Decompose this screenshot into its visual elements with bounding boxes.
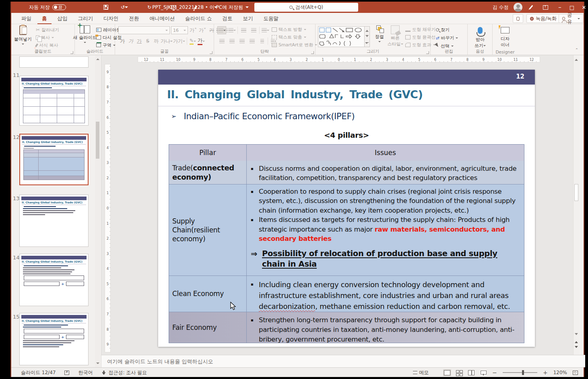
ribbon-display-options-button[interactable] [540,2,551,13]
minimize-button[interactable]: – [555,2,565,13]
record-button[interactable]: 녹음/녹화 [526,14,560,23]
columns-button[interactable] [258,37,266,45]
bold-button[interactable]: 가 [118,37,126,45]
decrease-indent-button[interactable] [239,26,248,34]
close-button[interactable]: ✕ [579,2,588,13]
text-direction-button[interactable]: 텍스트 방향 [270,26,318,33]
underline-button[interactable]: 가 [135,37,143,45]
search-placeholder: 검색(Alt+Q) [295,4,323,11]
grow-font-button[interactable]: 가˄ [189,26,197,34]
slide-thumbnail-13[interactable]: II. Changing Global Industry, Trade (GVC… [19,195,89,247]
dialog-launcher-icon[interactable] [210,51,213,54]
format-painter-button[interactable]: 서식 복사 [35,41,60,49]
user-name[interactable]: 김 수정 [493,2,509,13]
character-spacing-button[interactable]: 가나 [161,37,173,45]
ribbon-tab-8[interactable]: 검토 [218,13,237,24]
previous-slide-button[interactable] [575,340,578,343]
slide-thumbnail-11[interactable]: II. Changing Global Industry, Trade (GVC… [19,76,89,126]
scrollbar-thumb[interactable] [574,184,578,201]
ribbon-tab-4[interactable]: 디자인 [99,13,123,24]
zoom-slider[interactable] [503,372,537,373]
slide-thumbnail-10[interactable] [19,56,89,68]
increase-indent-button[interactable] [249,26,258,34]
paste-button[interactable]: 붙여넣기 [14,25,32,49]
account-avatar[interactable] [514,2,522,13]
text-shadow-button[interactable]: 까 [152,37,160,45]
font-color-button[interactable]: 가 [197,37,205,45]
align-left-button[interactable] [217,37,226,45]
next-slide-button[interactable] [575,346,578,350]
fit-to-window-button[interactable] [573,371,578,375]
ribbon-tab-1[interactable]: 홈 [37,13,52,24]
ink-button[interactable] [526,2,536,13]
align-center-button[interactable] [227,37,236,45]
shrink-font-button[interactable]: 가˅ [198,26,206,34]
ribbon-tab-2[interactable]: 삽입 [53,13,72,24]
zoom-in-button[interactable]: + [543,369,548,376]
normal-view-button[interactable] [444,370,450,375]
reading-view-button[interactable] [468,370,475,375]
maximize-button[interactable]: □ [567,2,577,13]
justify-button[interactable] [248,37,256,45]
cut-button[interactable]: ✂잘라내기 [35,26,60,33]
notes-pane[interactable]: 여기에 슬라이드 노트의 내용을 입력하십시오 [101,355,585,367]
dictate-button[interactable]: 받아 쓰기 [471,25,489,49]
zoom-level[interactable]: 120% [553,370,567,375]
font-name-combo[interactable] [118,26,170,34]
zoom-out-button[interactable]: − [492,369,497,376]
ribbon-tab-7[interactable]: 슬라이드 쇼 [181,13,216,24]
slide-thumbnail-14[interactable]: II. Changing Global Industry, Trade (GVC… [19,254,89,306]
share-button[interactable]: 공유 [559,14,584,23]
thumbnail-scrollbar[interactable] [95,55,100,367]
dialog-launcher-icon[interactable] [70,51,73,54]
slide-scrollbar[interactable] [573,55,579,355]
slide-thumbnail-12-selected[interactable]: II. Changing Global Industry, Trade (GVC… [19,134,89,185]
align-right-button[interactable] [237,37,246,45]
convert-smartart-button[interactable]: SmartArt로 변환 [270,41,318,48]
comments-button[interactable] [513,14,523,23]
ribbon-tab-9[interactable]: 보기 [238,13,257,24]
dialog-launcher-icon[interactable] [426,51,429,54]
shape-gallery-scroll[interactable] [365,26,370,47]
slide-thumbnail-15[interactable]: II. Changing Global Industry, Trade (GVC… [19,313,89,365]
strikethrough-button[interactable]: S [144,37,152,45]
dialog-launcher-icon[interactable] [311,51,314,54]
align-text-button[interactable]: 텍스트 맞춤 [270,33,318,41]
slide-sorter-view-button[interactable] [456,370,462,375]
numbering-button[interactable] [227,26,236,34]
chevron-down-icon [233,30,236,32]
notes-toggle-button[interactable]: 메모 [413,369,429,376]
shape-gallery[interactable] [318,26,365,47]
find-button[interactable]: 찾기 [435,26,459,33]
collapse-ribbon-button[interactable]: ⌃ [574,48,580,53]
change-case-button[interactable]: 가기 [173,37,185,45]
accessibility-status[interactable]: 접근성: 조사 필요 [101,369,147,376]
slide-subtitle[interactable]: ➢ Indian–Pacific Economic Framework(IPEF… [171,111,355,121]
slide-title[interactable]: II. Changing Global Industry, Trade (GVC… [167,88,423,101]
line-spacing-button[interactable] [261,26,270,34]
italic-button[interactable]: 가 [127,37,135,45]
font-size-combo[interactable]: 16 [171,26,188,34]
spell-check-icon[interactable] [64,371,69,375]
new-slide-button[interactable]: 새 슬라이드 [76,25,94,49]
language-indicator[interactable]: 한국어 [78,369,93,376]
slideshow-view-button[interactable] [480,370,487,375]
ribbon-tab-6[interactable]: 애니메이션 [145,13,179,24]
ipef-table[interactable]: Pillar Issues Trade(connected economy)▪D… [169,144,524,343]
quick-styles-button[interactable]: 빠른 스타일 [387,25,403,49]
search-input[interactable]: 검색(Alt+Q) [254,3,358,12]
highlight-color-button[interactable]: ✎ [189,37,197,45]
replace-button[interactable]: ⇄바꾸기 [435,34,459,41]
bullets-button[interactable] [217,26,226,34]
ruler-mark: 8 [105,80,110,95]
zoom-slider-thumb[interactable] [522,370,524,375]
group-slides: 새 슬라이드 레이아웃 다시 설정 구역 슬라이드 [75,24,115,55]
designer-button[interactable]: 디자 이너 [496,25,514,49]
arrange-button[interactable]: 정렬 [373,25,386,49]
slide-canvas[interactable]: 12 II. Changing Global Industry, Trade (… [158,70,535,347]
scrollbar-thumb[interactable] [96,122,99,159]
ribbon-tab-10[interactable]: 도움말 [259,13,283,24]
ribbon-tab-0[interactable]: 파일 [17,13,36,24]
copy-button[interactable]: 복사 [35,34,60,41]
ribbon-tab-5[interactable]: 전환 [125,13,144,24]
